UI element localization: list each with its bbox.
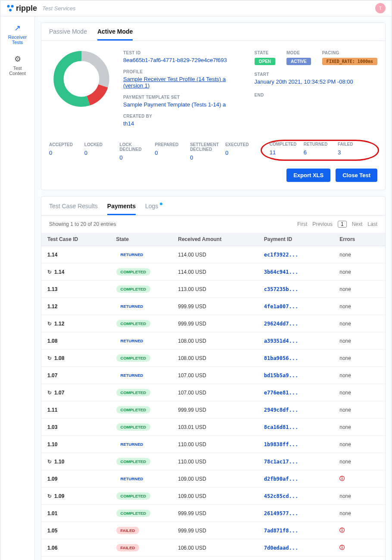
table-row[interactable]: ↻ 1.10COMPLETED110.00 USD78c1ac17...none <box>41 453 385 470</box>
test-case-id: 1.08 <box>47 338 104 344</box>
pager-next[interactable]: Next <box>352 221 363 227</box>
pager-last[interactable]: Last <box>367 221 377 227</box>
error-none-text: none <box>339 269 351 275</box>
table-row[interactable]: 1.01COMPLETED999.99 USD26149577...none <box>41 505 385 522</box>
col-payment-id[interactable]: Payment ID <box>258 233 334 246</box>
logs-notification-dot <box>160 203 162 205</box>
start-value: January 20th 2021, 10:34:52 PM -08:00 <box>255 78 377 85</box>
tab-payments[interactable]: Payments <box>107 203 136 215</box>
export-xls-button[interactable]: Export XLS <box>286 169 330 182</box>
col-errors[interactable]: Errors <box>333 233 385 246</box>
pager-page[interactable]: 1 <box>338 221 347 228</box>
payment-id-link[interactable]: c357235b... <box>264 286 298 292</box>
error-none-text: none <box>339 390 351 396</box>
tab-active-mode[interactable]: Active Mode <box>97 28 133 41</box>
table-row[interactable]: ↻ 1.09COMPLETED109.00 USD452c85cd...none <box>41 488 385 505</box>
payment-id-link[interactable]: a39351d4... <box>264 338 298 344</box>
payment-id-link[interactable]: ec1f3922... <box>264 252 298 258</box>
payment-id-link[interactable]: 7ad871f8... <box>264 528 298 534</box>
status-returned-value: 6 <box>304 149 336 156</box>
received-amount: 109.00 USD <box>172 488 258 505</box>
error-none-text: none <box>339 459 351 465</box>
table-row[interactable]: 1.06FAILED106.00 USD7d0edaad...ⓘ <box>41 539 385 557</box>
table-row[interactable]: 1.03COMPLETED103.01 USD8ca16d81...none <box>41 419 385 436</box>
state-pill: COMPLETED <box>116 510 151 517</box>
received-amount: 110.00 USD <box>172 453 258 470</box>
sidebar-item-receiver-tests[interactable]: ↗ Receiver Tests <box>8 23 27 45</box>
table-row[interactable]: 1.04FAILED104.00 USD24212701...ⓘ <box>41 557 385 560</box>
received-amount: 108.00 USD <box>172 350 258 367</box>
table-row[interactable]: ↻ 1.07COMPLETED107.00 USDe776ee81...none <box>41 384 385 401</box>
tab-passive-mode[interactable]: Passive Mode <box>49 28 87 41</box>
mode-badge: ACTIVE <box>286 58 311 65</box>
test-case-id: 1.10 <box>47 441 104 447</box>
error-none-text: none <box>339 372 351 379</box>
payment-id-link[interactable]: 4fe1a007... <box>264 303 298 310</box>
table-row[interactable]: ↻ 1.08COMPLETED108.00 USD81ba9056...none <box>41 350 385 367</box>
payment-id-link[interactable]: d2fb90af... <box>264 476 298 482</box>
table-row[interactable]: 1.12RETURNED999.99 USD4fe1a007...none <box>41 298 385 315</box>
profile-link[interactable]: Sample Receiver Test Profile (14 Tests) … <box>123 76 237 89</box>
table-row[interactable]: 1.10RETURNED110.00 USD1b9838ff...none <box>41 436 385 453</box>
payment-id-link[interactable]: 2949c8df... <box>264 407 298 413</box>
payment-id-link[interactable]: 81ba9056... <box>264 355 298 361</box>
table-row[interactable]: 1.13COMPLETED113.00 USDc357235b...none <box>41 281 385 298</box>
retry-icon: ↻ <box>47 493 52 499</box>
state-pill: RETURNED <box>116 372 148 379</box>
payment-id-link[interactable]: 7d0edaad... <box>264 545 298 551</box>
tab-logs[interactable]: Logs <box>145 203 158 215</box>
brand-logo[interactable]: ripple <box>6 4 37 13</box>
table-showing-text: Showing 1 to 20 of 20 entries <box>49 221 116 227</box>
retry-icon: ↻ <box>47 459 52 465</box>
payment-id-link[interactable]: 78c1ac17... <box>264 459 298 465</box>
payment-id-link[interactable]: e776ee81... <box>264 390 298 396</box>
close-test-button[interactable]: Close Test <box>336 169 377 182</box>
pacing-badge: FIXED_RATE: 1000ms <box>322 58 377 65</box>
table-row[interactable]: 1.14RETURNED114.00 USDec1f3922...none <box>41 246 385 263</box>
payment-id-link[interactable]: 1b9838ff... <box>264 441 298 447</box>
col-received-amount[interactable]: Received Amount <box>172 233 258 246</box>
status-donut-chart <box>51 49 112 109</box>
table-row[interactable]: 1.09RETURNED109.00 USDd2fb90af...ⓘ <box>41 470 385 488</box>
test-id-label: TEST ID <box>123 50 237 55</box>
error-none-text: none <box>339 338 351 344</box>
test-case-id: 1.12 <box>47 303 104 310</box>
pager-prev[interactable]: Previous <box>312 221 333 227</box>
table-row[interactable]: 1.11COMPLETED999.99 USD2949c8df...none <box>41 401 385 419</box>
table-row[interactable]: 1.07RETURNED107.00 USDbd15b5a9...none <box>41 367 385 384</box>
error-none-text: none <box>339 252 351 258</box>
svg-point-2 <box>9 9 12 12</box>
avatar[interactable]: T <box>375 3 386 13</box>
table-row[interactable]: ↻ 1.14COMPLETED114.00 USD3b64c941...none <box>41 263 385 281</box>
state-pill: COMPLETED <box>116 458 151 465</box>
col-state[interactable]: State <box>110 233 172 246</box>
state-pill: FAILED <box>116 544 140 551</box>
state-pill: RETURNED <box>116 251 148 258</box>
svg-point-0 <box>7 5 10 8</box>
col-test-case-id[interactable]: Test Case ID <box>41 233 110 246</box>
status-lock-declined-label: LOCK DECLINED <box>120 142 153 152</box>
received-amount: 107.00 USD <box>172 367 258 384</box>
status-locked-label: LOCKED <box>84 142 118 147</box>
test-case-id: 1.03 <box>47 424 104 430</box>
payment-id-link[interactable]: 452c85cd... <box>264 493 298 499</box>
test-case-id: 1.05 <box>47 528 104 534</box>
retry-icon: ↻ <box>47 390 52 396</box>
payment-id-link[interactable]: 26149577... <box>264 510 298 516</box>
state-pill: COMPLETED <box>116 285 151 293</box>
sidebar-item-test-content[interactable]: ⚙ Test Content <box>9 54 26 76</box>
table-row[interactable]: 1.08RETURNED108.00 USDa39351d4...none <box>41 332 385 350</box>
test-case-id: ↻ 1.12 <box>47 321 104 327</box>
payment-id-link[interactable]: 8ca16d81... <box>264 424 298 430</box>
payment-id-link[interactable]: bd15b5a9... <box>264 372 298 379</box>
pager-first[interactable]: First <box>297 221 307 227</box>
end-label: END <box>255 93 377 97</box>
start-label: START <box>255 72 377 77</box>
table-row[interactable]: ↻ 1.12COMPLETED999.99 USD29624dd7...none <box>41 315 385 332</box>
payment-id-link[interactable]: 3b64c941... <box>264 269 298 275</box>
table-row[interactable]: 1.05FAILED999.99 USD7ad871f8...ⓘ <box>41 522 385 539</box>
payment-id-link[interactable]: 29624dd7... <box>264 321 298 327</box>
status-prepared-label: PREPARED <box>155 142 188 147</box>
received-amount: 999.99 USD <box>172 401 258 419</box>
tab-test-case-results[interactable]: Test Case Results <box>49 203 98 215</box>
